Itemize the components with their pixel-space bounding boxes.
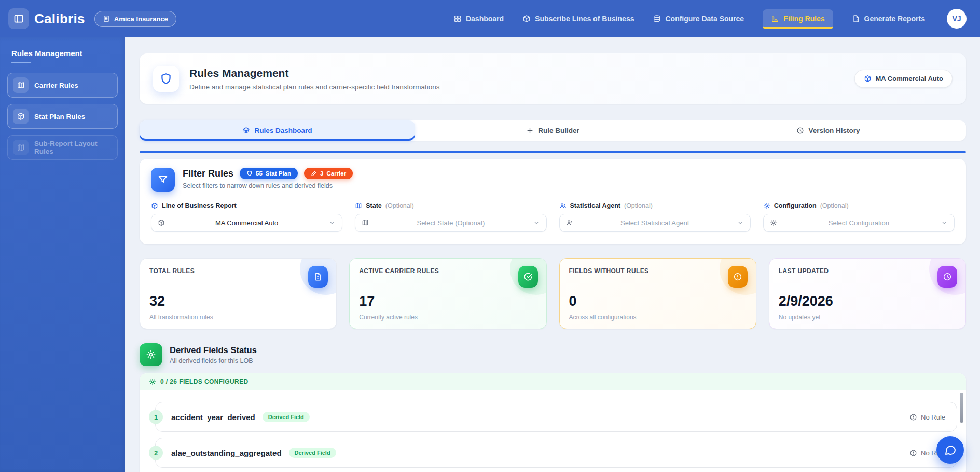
shield-icon (246, 170, 253, 177)
tab-rule-builder[interactable]: Rule Builder (415, 120, 691, 141)
map-icon (13, 140, 29, 155)
carrier-count-badge[interactable]: 3 Carrier (304, 168, 353, 179)
chat-fab-button[interactable] (936, 436, 964, 464)
page-title: Rules Management (189, 67, 439, 79)
rule-status-label: No Rule (921, 413, 945, 421)
sidebar-item-label: Sub-Report Layout Rules (34, 140, 112, 155)
lob-selector-badge[interactable]: MA Commercial Auto (854, 70, 953, 88)
fields-configured-count: 0 / 26 FIELDS CONFIGURED (160, 378, 249, 385)
chevron-down-icon (737, 219, 744, 226)
filter-title: Filter Rules (183, 168, 233, 179)
rule-status: No Rule (909, 413, 945, 421)
row-number-badge: 2 (149, 446, 163, 460)
badge-label: Carrier (326, 170, 346, 177)
optional-hint: (Optional) (385, 202, 414, 209)
funnel-icon (151, 168, 175, 192)
nav-dashboard[interactable]: Dashboard (453, 15, 504, 23)
tab-label: Version History (808, 127, 860, 134)
badge-count: 55 (256, 170, 263, 177)
nav-filing-rules[interactable]: Filing Rules (763, 9, 833, 29)
stat-plan-count-badge[interactable]: 55 Stat Plan (240, 168, 298, 179)
state-select[interactable]: Select State (Optional) (355, 214, 546, 232)
select-value: MA Commercial Auto (165, 219, 328, 227)
derived-fields-header: Derived Fields Status All derived fields… (140, 343, 966, 366)
select-placeholder: Select Statistical Agent (573, 219, 737, 227)
gear-icon (140, 343, 162, 366)
stat-label: ACTIVE CARRIER RULES (359, 267, 536, 275)
tab-rules-dashboard[interactable]: Rules Dashboard (140, 120, 415, 141)
filter-field-state: State (Optional) Select State (Optional) (355, 202, 546, 232)
sidebar-item-carrier-rules[interactable]: Carrier Rules (7, 73, 118, 98)
lob-report-select[interactable]: MA Commercial Auto (151, 214, 342, 232)
panel-left-icon (13, 14, 24, 24)
package-icon (158, 219, 165, 226)
database-icon (653, 15, 661, 23)
gear-icon (149, 378, 156, 385)
list-scrollbar[interactable] (960, 393, 963, 423)
top-navigation-bar: Calibris Amica Insurance Dashboard Subsc… (0, 0, 980, 37)
field-name: accident_year_derived (171, 413, 255, 422)
select-placeholder: Select State (Optional) (369, 219, 532, 227)
shield-icon (153, 66, 179, 92)
top-nav-links: Dashboard Subscribe Lines of Business Co… (453, 9, 967, 29)
stat-card-last-updated: LAST UPDATED 2/9/2026 No updates yet (769, 258, 966, 329)
tab-label: Rule Builder (538, 127, 579, 134)
filter-fields: Line of Business Report MA Commercial Au… (151, 202, 955, 232)
layers-icon (242, 127, 250, 134)
nav-configure-data-source[interactable]: Configure Data Source (653, 15, 744, 23)
field-label: State (366, 202, 382, 209)
organization-name: Amica Insurance (114, 15, 168, 23)
package-icon (522, 15, 531, 23)
body-row: Rules Management Carrier Rules Stat Plan… (0, 37, 980, 472)
chevron-down-icon (941, 219, 948, 226)
row-number-badge: 1 (149, 410, 163, 424)
page-header-card: Rules Management Define and manage stati… (140, 53, 966, 104)
derived-field-row[interactable]: 1 accident_year_derived Derived Field No… (155, 402, 957, 432)
stat-label: TOTAL RULES (149, 267, 327, 275)
configuration-select[interactable]: Select Configuration (763, 214, 955, 232)
sidebar-title: Rules Management (11, 49, 114, 58)
page-subtitle: Define and manage statistical plan rules… (189, 83, 439, 91)
filter-field-configuration: Configuration (Optional) Select Configur… (763, 202, 955, 232)
filter-subtitle: Select filters to narrow down rules and … (183, 182, 353, 190)
alert-circle-icon (909, 413, 917, 421)
organization-badge[interactable]: Amica Insurance (94, 11, 176, 27)
stat-value: 17 (359, 293, 375, 309)
derived-field-badge: Derived Field (263, 412, 310, 422)
users-icon (566, 219, 573, 226)
field-label: Line of Business Report (162, 202, 237, 209)
field-label: Configuration (774, 202, 817, 209)
ruler-icon (771, 15, 779, 23)
map-icon (13, 77, 29, 93)
derived-fields-subtitle: All derived fields for this LOB (170, 357, 257, 365)
user-avatar[interactable]: VJ (947, 9, 967, 29)
derived-field-badge: Derived Field (289, 448, 336, 458)
package-icon (151, 202, 158, 209)
tab-label: Rules Dashboard (254, 127, 312, 134)
derived-fields-list-card: 0 / 26 FIELDS CONFIGURED 1 accident_year… (140, 373, 966, 472)
tab-version-history[interactable]: Version History (691, 120, 966, 141)
nav-label: Subscribe Lines of Business (535, 15, 634, 23)
sidebar-toggle-button[interactable] (8, 8, 29, 29)
optional-hint: (Optional) (624, 202, 653, 209)
fields-configured-bar: 0 / 26 FIELDS CONFIGURED (140, 373, 966, 390)
sidebar-item-stat-plan-rules[interactable]: Stat Plan Rules (7, 104, 118, 129)
building-icon (103, 15, 110, 22)
optional-hint: (Optional) (820, 202, 849, 209)
stat-value: 0 (569, 293, 577, 309)
derived-field-row[interactable]: 2 alae_outstanding_aggregated Derived Fi… (155, 438, 957, 468)
nav-subscribe-lines-of-business[interactable]: Subscribe Lines of Business (522, 15, 634, 23)
statistical-agent-select[interactable]: Select Statistical Agent (559, 214, 751, 232)
field-name: alae_outstanding_aggregated (171, 449, 282, 457)
pencil-icon (311, 170, 317, 177)
nav-label: Generate Reports (864, 15, 925, 23)
filter-field-statistical-agent: Statistical Agent (Optional) Select Stat… (559, 202, 751, 232)
sidebar-title-accent (11, 62, 31, 63)
check-circle-icon (518, 266, 538, 288)
chevron-down-icon (328, 219, 336, 226)
nav-generate-reports[interactable]: Generate Reports (852, 15, 925, 23)
stat-card-active-carrier-rules: ACTIVE CARRIER RULES 17 Currently active… (349, 258, 546, 329)
stat-caption: Currently active rules (359, 314, 418, 321)
sidebar-item-sub-report-layout-rules[interactable]: Sub-Report Layout Rules (7, 135, 118, 160)
page-header-text: Rules Management Define and manage stati… (189, 67, 439, 91)
